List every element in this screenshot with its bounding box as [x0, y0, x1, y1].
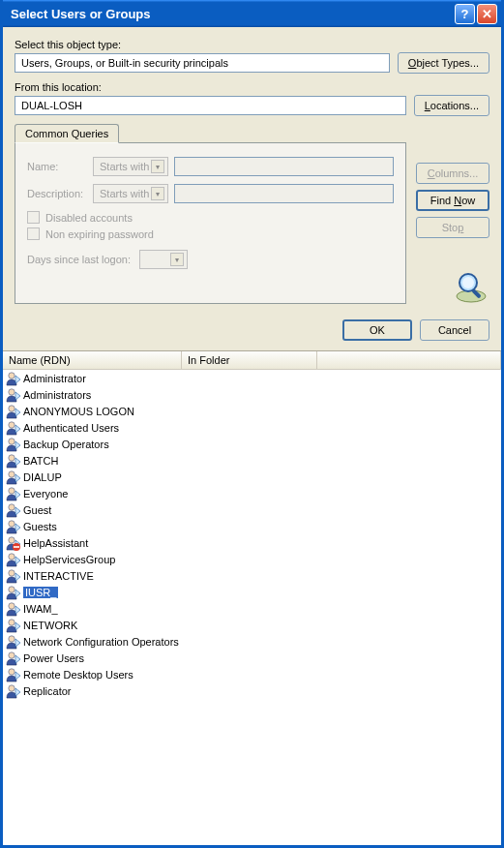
- result-row[interactable]: Network Configuration Operators: [3, 633, 501, 650]
- user-icon: [5, 502, 20, 518]
- svg-point-24: [9, 668, 15, 674]
- col-header-empty[interactable]: [317, 351, 501, 370]
- locations-button[interactable]: Locations...: [414, 95, 489, 116]
- non-expiring-label: Non expiring password: [45, 228, 154, 240]
- disabled-accounts-label: Disabled accounts: [45, 212, 133, 224]
- result-name: Guest: [23, 504, 51, 516]
- svg-point-22: [9, 635, 15, 641]
- svg-point-0: [457, 290, 486, 302]
- non-expiring-checkbox: [27, 227, 40, 240]
- user-icon: [5, 552, 20, 567]
- result-row[interactable]: Guests: [3, 518, 501, 534]
- user-icon: [5, 618, 20, 633]
- result-row[interactable]: Remote Desktop Users: [3, 666, 501, 682]
- result-name: Remote Desktop Users: [23, 669, 133, 681]
- result-row[interactable]: Authenticated Users: [3, 419, 501, 436]
- name-input: [174, 157, 394, 176]
- location-field[interactable]: DUAL-LOSH: [15, 96, 406, 115]
- result-name: NETWORK: [23, 620, 77, 631]
- upper-panel: Select this object type: Users, Groups, …: [3, 27, 501, 312]
- result-row[interactable]: IUSR_: [3, 584, 501, 600]
- result-row[interactable]: NETWORK: [3, 617, 501, 633]
- name-label: Name:: [27, 161, 87, 172]
- cancel-button[interactable]: Cancel: [420, 319, 489, 341]
- name-match-select: Starts with ▾: [93, 157, 168, 176]
- user-icon: [5, 634, 20, 650]
- tab-body: Name: Starts with ▾ Description: Starts …: [15, 142, 406, 304]
- object-type-field[interactable]: Users, Groups, or Built-in security prin…: [15, 53, 390, 73]
- result-name: Administrators: [23, 389, 91, 401]
- result-name: HelpServicesGroup: [23, 554, 115, 565]
- user-icon: [5, 404, 20, 419]
- description-input: [174, 184, 394, 203]
- col-header-folder[interactable]: In Folder: [182, 351, 317, 370]
- user-icon: [5, 651, 20, 666]
- svg-point-5: [9, 388, 15, 394]
- svg-rect-16: [14, 546, 19, 548]
- result-row[interactable]: INTERACTIVE: [3, 567, 501, 584]
- result-row[interactable]: BATCH: [3, 452, 501, 469]
- result-row[interactable]: HelpAssistant: [3, 534, 501, 551]
- ok-button[interactable]: OK: [342, 319, 412, 341]
- close-button[interactable]: ✕: [477, 4, 497, 24]
- svg-point-21: [9, 619, 15, 624]
- svg-point-14: [9, 536, 15, 542]
- result-row[interactable]: Power Users: [3, 650, 501, 666]
- result-row[interactable]: Administrators: [3, 386, 501, 403]
- user-icon: [5, 469, 20, 485]
- result-row[interactable]: ANONYMOUS LOGON: [3, 403, 501, 419]
- result-row[interactable]: Replicator: [3, 682, 501, 699]
- result-name: Administrator: [23, 373, 86, 384]
- titlebar: Select Users or Groups ? ✕: [3, 0, 501, 27]
- svg-point-7: [9, 421, 15, 427]
- user-icon: [5, 371, 20, 386]
- svg-point-12: [9, 503, 15, 509]
- result-name: Everyone: [23, 488, 68, 500]
- result-row[interactable]: Backup Operators: [3, 436, 501, 452]
- col-header-name[interactable]: Name (RDN): [3, 351, 182, 370]
- result-name: HelpAssistant: [23, 537, 88, 549]
- object-types-button[interactable]: Object Types...: [398, 52, 489, 74]
- object-type-label: Select this object type:: [15, 39, 489, 50]
- user-icon: [5, 683, 20, 699]
- svg-point-11: [9, 487, 15, 493]
- chevron-down-icon: ▾: [170, 253, 184, 266]
- svg-point-13: [9, 520, 15, 526]
- days-since-label: Days since last logon:: [27, 254, 133, 265]
- results-list[interactable]: Administrator Administrators ANONYMOUS L…: [3, 370, 501, 845]
- svg-point-8: [9, 438, 15, 443]
- description-label: Description:: [27, 188, 87, 199]
- svg-point-17: [9, 553, 15, 559]
- svg-point-6: [9, 405, 15, 410]
- svg-point-19: [9, 586, 15, 591]
- result-row[interactable]: Administrator: [3, 370, 501, 386]
- svg-point-2: [462, 277, 474, 288]
- user-icon: [5, 486, 20, 501]
- result-row[interactable]: IWAM_: [3, 600, 501, 617]
- result-name: Replicator: [23, 685, 72, 697]
- svg-point-25: [9, 684, 15, 690]
- result-name: Power Users: [23, 652, 84, 664]
- svg-point-20: [9, 602, 15, 608]
- stop-button[interactable]: Stop: [416, 217, 489, 238]
- tab-common-queries[interactable]: Common Queries: [15, 124, 119, 143]
- result-name: Backup Operators: [23, 439, 109, 450]
- dialog-window: Select Users or Groups ? ✕ Select this o…: [0, 0, 504, 848]
- result-row[interactable]: DIALUP: [3, 469, 501, 485]
- user-icon: [5, 453, 20, 469]
- result-row[interactable]: Guest: [3, 501, 501, 518]
- location-label: From this location:: [15, 81, 489, 93]
- result-row[interactable]: Everyone: [3, 485, 501, 501]
- user-icon: [5, 601, 20, 617]
- user-icon: [5, 568, 20, 584]
- columns-button[interactable]: Columns...: [416, 163, 489, 184]
- result-name: ANONYMOUS LOGON: [23, 406, 134, 417]
- result-name: BATCH: [23, 455, 58, 467]
- result-name: IWAM_: [23, 603, 58, 615]
- find-now-button[interactable]: Find Now: [416, 190, 489, 211]
- close-icon: ✕: [482, 7, 492, 21]
- desc-match-select: Starts with ▾: [93, 184, 168, 203]
- help-button[interactable]: ?: [455, 4, 475, 24]
- svg-point-18: [9, 569, 15, 575]
- result-row[interactable]: HelpServicesGroup: [3, 551, 501, 567]
